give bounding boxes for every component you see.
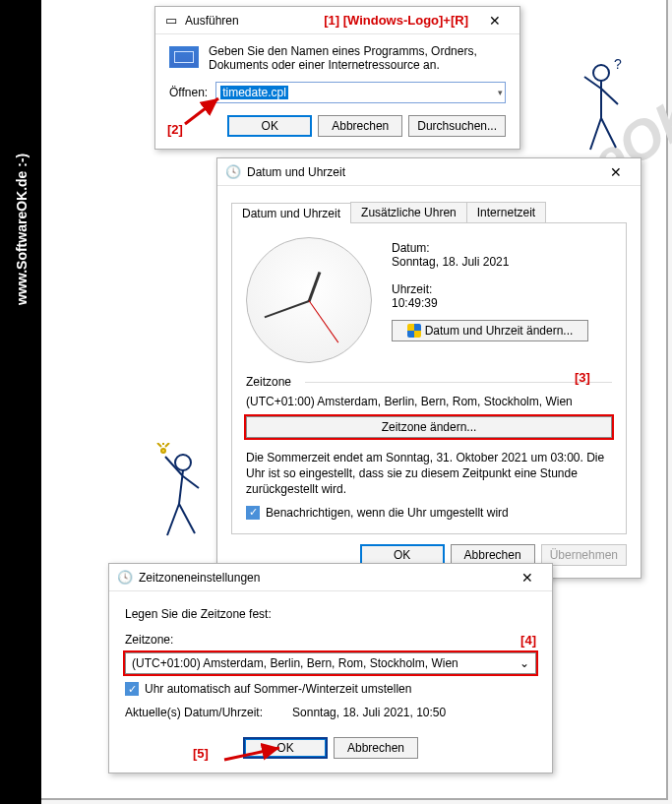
date-value: Sonntag, 18. Juli 2021 [392,255,588,269]
timezone-dialog: 🕓 Zeitzoneneinstellungen ✕ Legen Sie die… [108,563,553,773]
stick-figure-icon: ? [577,59,626,157]
datetime-title: Datum und Uhrzeit [247,165,345,179]
run-dialog: ▭ Ausführen [1] [Windows-Logo]+[R] ✕ Geb… [154,6,520,150]
svg-point-2 [175,455,191,470]
annotation-1: [1] [Windows-Logo]+[R] [324,13,468,28]
svg-text:?: ? [614,59,622,72]
run-description: Geben Sie den Namen eines Programms, Ord… [209,44,506,72]
arrow-icon [181,94,226,128]
analog-clock-icon [246,237,372,363]
apply-button[interactable]: Übernehmen [541,544,627,566]
run-title: Ausführen [185,14,239,28]
stage: SoftwareOK.de SoftwareOK.de ▭ Ausführen … [41,0,668,800]
svg-point-0 [593,65,609,81]
timezone-combo-value: (UTC+01:00) Amsterdam, Berlin, Bern, Rom… [132,656,458,670]
change-timezone-button[interactable]: Zeitzone ändern... [246,416,612,438]
annotation-3: [3] [575,370,590,385]
sidebar: www.SoftwareOK.de :-) [0,0,41,804]
timezone-combobox[interactable]: (UTC+01:00) Amsterdam, Berlin, Bern, Rom… [125,652,536,674]
tz-prompt: Legen Sie die Zeitzone fest: [125,607,536,621]
clock-icon: 🕓 [117,570,133,586]
current-datetime-value: Sonntag, 18. Juli 2021, 10:50 [292,706,446,719]
tz-field-label: Zeitzone: [125,633,173,647]
dst-info-text: Die Sommerzeit endet am Sonntag, 31. Okt… [246,450,612,498]
auto-dst-checkbox[interactable]: ✓ [125,682,139,696]
timezone-value: (UTC+01:00) Amsterdam, Berlin, Bern, Rom… [246,395,612,408]
annotation-5: [5] [193,746,209,761]
sidebar-label: www.SoftwareOK.de :-) [14,154,30,305]
run-titlebar: ▭ Ausführen [1] [Windows-Logo]+[R] ✕ [155,7,519,34]
tab-additional-clocks[interactable]: Zusätzliche Uhren [350,202,467,222]
notify-checkbox[interactable]: ✓ [246,506,260,520]
tab-internet-time[interactable]: Internetzeit [466,202,546,222]
annotation-4: [4] [520,633,536,648]
chevron-down-icon[interactable]: ⌄ [519,656,529,670]
timezone-title: Zeitzoneneinstellungen [139,571,260,585]
time-value: 10:49:39 [392,296,588,310]
notify-label: Benachrichtigen, wenn die Uhr umgestellt… [266,506,509,520]
timezone-group-label: Zeitzone [246,375,612,389]
current-datetime-label: Aktuelle(s) Datum/Uhrzeit: [125,706,263,719]
chevron-down-icon[interactable]: ▾ [498,88,503,97]
open-combobox[interactable]: timedate.cpl ▾ [215,82,506,103]
tab-datetime[interactable]: Datum und Uhrzeit [231,203,351,223]
close-button[interactable]: ✕ [474,10,516,31]
change-datetime-button[interactable]: Datum und Uhrzeit ändern... [392,320,588,341]
arrow-icon [220,740,289,768]
datetime-dialog: 🕓 Datum und Uhrzeit ✕ Datum und Uhrzeit … [216,157,641,579]
shield-icon [407,324,421,338]
timezone-titlebar: 🕓 Zeitzoneneinstellungen ✕ [109,564,552,591]
run-icon-small: ▭ [163,13,179,29]
browse-button[interactable]: Durchsuchen... [408,115,506,137]
datetime-titlebar: 🕓 Datum und Uhrzeit ✕ [217,158,641,186]
cancel-button[interactable]: Abbrechen [334,737,418,759]
time-label: Uhrzeit: [392,282,588,296]
date-label: Datum: [392,241,588,255]
close-button[interactable]: ✕ [595,161,637,183]
close-button[interactable]: ✕ [507,567,548,588]
ok-button[interactable]: OK [227,115,312,137]
run-app-icon [169,46,199,68]
cancel-button[interactable]: Abbrechen [318,115,402,137]
tab-bar: Datum und Uhrzeit Zusätzliche Uhren Inte… [231,202,627,223]
clock-icon: 🕓 [225,164,241,180]
open-input-value[interactable]: timedate.cpl [220,86,288,99]
svg-point-3 [161,449,165,453]
auto-dst-label: Uhr automatisch auf Sommer-/Winterzeit u… [145,682,411,696]
stick-figure-icon [155,443,205,541]
